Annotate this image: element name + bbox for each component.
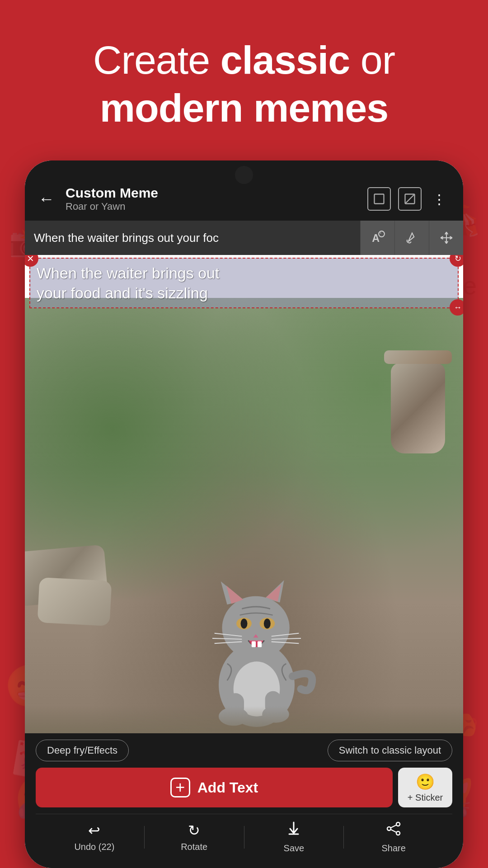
meme-text-overlay: ✕ ↻ When the waiter brings out your food… bbox=[25, 255, 463, 311]
text-tool-buttons: A bbox=[360, 221, 463, 255]
cat-image bbox=[25, 298, 463, 733]
sticker-icon: 🙂 bbox=[416, 773, 435, 791]
rotate-nav-item[interactable]: ↻ Rotate bbox=[145, 822, 244, 852]
svg-rect-18 bbox=[258, 642, 262, 647]
add-text-button[interactable]: + Add Text bbox=[36, 768, 393, 807]
top-icons: ⋮ bbox=[367, 187, 450, 211]
more-options-button[interactable]: ⋮ bbox=[429, 189, 450, 209]
bottom-nav: ↩ Undo (22) ↻ Rotate Save bbox=[36, 814, 452, 868]
svg-line-2 bbox=[405, 194, 415, 204]
add-text-label: Add Text bbox=[197, 779, 258, 796]
phone-mockup: ← Custom Meme Roar or Yawn ⋮ bbox=[25, 160, 463, 868]
share-nav-icon bbox=[385, 821, 402, 840]
header-line2-bold: modern memes bbox=[100, 85, 388, 130]
svg-point-15 bbox=[264, 618, 271, 628]
svg-rect-17 bbox=[252, 642, 256, 647]
paint-bucket-button[interactable] bbox=[394, 221, 429, 255]
phone-notch bbox=[235, 166, 253, 184]
header-line1-normal: Create bbox=[93, 38, 221, 82]
meme-text-box[interactable]: ✕ ↻ When the waiter brings out your food… bbox=[29, 258, 459, 308]
bottom-controls: Deep fry/Effects Switch to classic layou… bbox=[25, 733, 463, 868]
rotate-nav-icon: ↻ bbox=[188, 822, 200, 839]
save-nav-icon bbox=[286, 821, 302, 840]
back-button[interactable]: ← bbox=[38, 189, 61, 208]
app-subtitle: Roar or Yawn bbox=[66, 201, 367, 212]
undo-icon: ↩ bbox=[88, 822, 100, 839]
svg-point-7 bbox=[222, 596, 289, 660]
svg-point-31 bbox=[387, 827, 391, 830]
svg-line-33 bbox=[391, 825, 396, 828]
effect-buttons-row: Deep fry/Effects Switch to classic layou… bbox=[36, 740, 452, 761]
save-label: Save bbox=[284, 843, 305, 854]
svg-point-30 bbox=[396, 822, 400, 826]
add-text-row: + Add Text 🙂 + Sticker bbox=[36, 768, 452, 807]
title-block: Custom Meme Roar or Yawn bbox=[61, 185, 367, 212]
header-section: Create classic or modern memes bbox=[0, 36, 488, 132]
switch-layout-button[interactable]: Switch to classic layout bbox=[328, 740, 452, 761]
sticker-label: + Sticker bbox=[408, 793, 443, 803]
meme-text-content: When the waiter brings out your food and… bbox=[37, 263, 451, 303]
crop-slash-button[interactable] bbox=[398, 187, 422, 211]
meme-canvas[interactable]: ✕ ↻ When the waiter brings out your food… bbox=[25, 255, 463, 733]
sticker-button[interactable]: 🙂 + Sticker bbox=[398, 768, 452, 807]
text-input-bar: A bbox=[25, 221, 463, 255]
app-screen: ← Custom Meme Roar or Yawn ⋮ bbox=[25, 160, 463, 868]
undo-label: Undo (22) bbox=[74, 842, 114, 852]
rotate-label: Rotate bbox=[181, 842, 207, 852]
share-nav-item[interactable]: Share bbox=[344, 821, 443, 854]
deep-fry-button[interactable]: Deep fry/Effects bbox=[36, 740, 129, 761]
app-title: Custom Meme bbox=[66, 185, 367, 201]
cat-illustration bbox=[193, 543, 320, 733]
header-line1-bold: classic bbox=[221, 38, 350, 82]
meme-text-input[interactable] bbox=[25, 221, 360, 255]
svg-point-13 bbox=[241, 618, 248, 628]
crop-button[interactable] bbox=[367, 187, 391, 211]
svg-point-5 bbox=[380, 232, 381, 233]
header-line1-suffix: or bbox=[350, 38, 395, 82]
add-text-icon: + bbox=[170, 778, 190, 797]
svg-rect-0 bbox=[375, 194, 384, 204]
text-box-rotate-handle[interactable]: ↻ bbox=[450, 255, 463, 267]
share-label: Share bbox=[381, 843, 405, 854]
save-nav-item[interactable]: Save bbox=[244, 821, 344, 854]
undo-nav-item[interactable]: ↩ Undo (22) bbox=[45, 822, 144, 852]
svg-point-32 bbox=[396, 831, 400, 835]
move-button[interactable] bbox=[429, 221, 463, 255]
svg-line-34 bbox=[391, 830, 396, 832]
text-style-button[interactable]: A bbox=[360, 221, 394, 255]
